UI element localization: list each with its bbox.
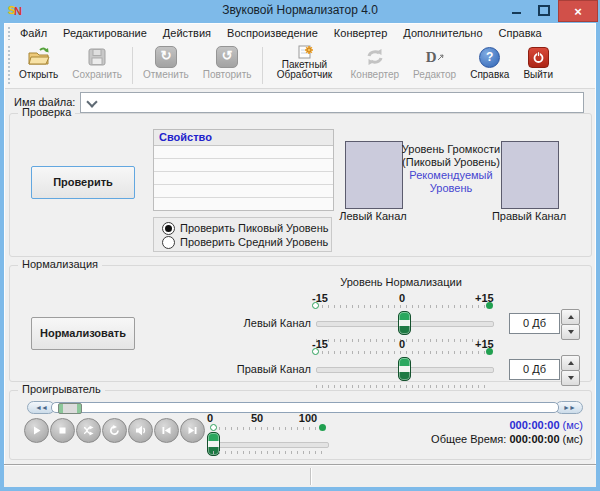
undo-button[interactable]: ↻ Отменить — [136, 43, 196, 88]
right-db-slider-handle[interactable] — [398, 357, 411, 381]
menu-extra[interactable]: Дополнительно — [395, 24, 490, 43]
title-bar[interactable]: S N Звуковой Нормализатор 4.0 × — [0, 0, 600, 23]
minimize-button[interactable] — [502, 0, 530, 20]
client-area: Файл Редактирование Действия Воспроизвед… — [4, 23, 596, 486]
previous-track-button[interactable] — [154, 418, 179, 443]
menu-bar: Файл Редактирование Действия Воспроизвед… — [5, 24, 595, 43]
toolbar-button-label: Конвертер — [351, 70, 400, 80]
batch-processor-button[interactable]: Пакетный Обработчик — [266, 43, 344, 88]
save-button[interactable]: Сохранить — [65, 43, 129, 88]
editor-button[interactable]: D Редактор — [406, 43, 463, 88]
position-slider-handle[interactable] — [58, 403, 82, 414]
current-time-unit: (мс) — [560, 419, 583, 431]
toolbar-button-label: Редактор — [413, 70, 456, 80]
right-db-spin-down-button[interactable] — [561, 370, 580, 386]
exit-button[interactable]: Выйти — [516, 43, 560, 88]
tick-marks — [316, 305, 486, 308]
toolbar-separator — [262, 47, 263, 84]
total-time-display: Общее Время: 000:00:00 (мс) — [431, 433, 583, 445]
scale-mid-label: 0 — [392, 292, 412, 304]
current-time-value: 000:00:00 — [509, 419, 559, 431]
radio-peak-level[interactable]: Проверить Пиковый Уровень — [162, 221, 331, 235]
play-button[interactable] — [24, 418, 49, 443]
property-table-header[interactable]: Свойство — [154, 130, 333, 146]
forward-button[interactable]: ►► — [555, 401, 583, 414]
editor-icon: D — [426, 46, 444, 68]
table-row[interactable] — [154, 172, 333, 185]
right-db-value[interactable]: 0 Дб — [509, 359, 560, 380]
next-track-button[interactable] — [180, 418, 205, 443]
menu-gripper — [8, 27, 10, 40]
menu-playback[interactable]: Воспроизведение — [219, 24, 326, 43]
shuffle-button[interactable] — [76, 418, 101, 443]
redo-arrow-glyph: ↺ — [216, 46, 238, 68]
radio-button-selected-icon[interactable] — [162, 222, 175, 235]
right-channel-slider-row: Правый Канал -15 0 +15 0 Дб — [10, 338, 591, 384]
save-floppy-icon — [86, 46, 108, 68]
toolbar-button-label: Отменить — [143, 70, 189, 80]
menu-converter[interactable]: Конвертер — [326, 24, 395, 43]
menu-file[interactable]: Файл — [12, 24, 55, 43]
help-icon: ? — [479, 46, 500, 68]
caption-line1: Уровень Громкости — [391, 143, 511, 156]
table-row[interactable] — [154, 198, 333, 210]
volume-button[interactable] — [128, 418, 153, 443]
check-group-title: Проверка — [18, 106, 75, 118]
table-row[interactable] — [154, 185, 333, 198]
table-row[interactable] — [154, 159, 333, 172]
left-channel-slider-row: Левый Канал -15 0 +15 0 Дб — [10, 292, 591, 338]
undo-arrow-glyph: ↻ — [155, 46, 177, 68]
left-db-value[interactable]: 0 Дб — [509, 313, 560, 334]
normalize-group: Нормализация Нормализовать Уровень Норма… — [9, 265, 592, 382]
exit-power-icon — [528, 46, 549, 68]
recommended-level-link[interactable]: Уровень — [391, 182, 511, 195]
menu-actions[interactable]: Действия — [155, 24, 219, 43]
total-time-label: Общее Время: — [431, 433, 509, 445]
left-db-slider-handle[interactable] — [398, 311, 411, 335]
left-db-spin-up-button[interactable] — [561, 309, 580, 325]
menu-edit[interactable]: Редактирование — [55, 24, 155, 43]
radio-average-level[interactable]: Проверить Средний Уровень — [162, 235, 331, 249]
help-button[interactable]: ? Справка — [463, 43, 516, 88]
slider-channel-label: Правый Канал — [201, 363, 311, 375]
maximize-button[interactable] — [530, 0, 558, 20]
toolbar-gripper — [8, 46, 10, 85]
filename-combobox[interactable] — [80, 92, 584, 113]
recommended-level-link[interactable]: Рекомендуемый — [391, 169, 511, 182]
normalize-group-title: Нормализация — [18, 258, 102, 270]
toolbar-button-label: Пакетный Обработчик — [273, 60, 337, 80]
volume-max-label: 100 — [296, 412, 320, 424]
volume-mid-label: 50 — [247, 412, 267, 424]
radio-button-icon[interactable] — [162, 236, 175, 249]
radio-peak-label: Проверить Пиковый Уровень — [180, 222, 329, 234]
left-channel-label: Левый Канал — [317, 210, 429, 222]
check-button[interactable]: Проверить — [31, 166, 135, 199]
toolbar-button-label: Выйти — [523, 70, 553, 80]
tick-marks — [213, 427, 325, 430]
max-endpoint-icon — [319, 424, 326, 431]
player-group-title: Проигрыватель — [18, 383, 105, 395]
converter-button[interactable]: Конвертер — [344, 43, 407, 88]
check-mode-panel: Проверить Пиковый Уровень Проверить Сред… — [153, 217, 332, 252]
toolbar-button-label: Повторить — [203, 70, 252, 80]
player-buttons — [24, 418, 206, 443]
redo-icon: ↺ — [216, 46, 238, 68]
close-button[interactable]: × — [558, 0, 598, 22]
open-folder-icon — [27, 46, 51, 68]
toolbar: Открыть Сохранить ↻ Отменить — [5, 43, 595, 89]
repeat-button[interactable] — [102, 418, 127, 443]
batch-processor-icon — [294, 45, 316, 58]
menu-help[interactable]: Справка — [491, 24, 550, 43]
min-endpoint-icon — [210, 424, 217, 431]
stop-button[interactable] — [50, 418, 75, 443]
chevron-down-icon[interactable] — [86, 96, 97, 107]
toolbar-button-label: Справка — [470, 70, 509, 80]
right-db-spin-up-button[interactable] — [561, 355, 580, 371]
open-button[interactable]: Открыть — [12, 43, 65, 88]
property-table: Свойство — [153, 129, 334, 211]
table-row[interactable] — [154, 146, 333, 159]
toolbar-button-label: Открыть — [19, 70, 58, 80]
volume-min-label: 0 — [203, 412, 217, 424]
redo-button[interactable]: ↺ Повторить — [196, 43, 259, 88]
volume-slider-track[interactable] — [214, 442, 329, 448]
